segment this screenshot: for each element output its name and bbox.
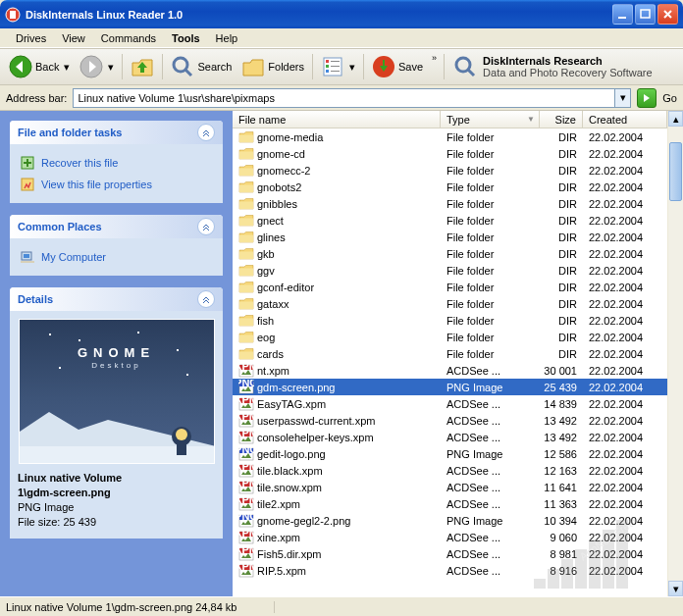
file-row[interactable]: gnobots2File folderDIR22.02.2004 (233, 179, 683, 195)
save-button[interactable]: Save (367, 52, 428, 81)
scroll-up[interactable]: ▴ (668, 111, 683, 127)
xpm-icon: XPM (238, 363, 254, 379)
places-header[interactable]: Common Places (10, 215, 223, 238)
svg-text:PNG: PNG (238, 446, 254, 455)
svg-rect-9 (326, 65, 329, 68)
file-row[interactable]: XPMtile.snow.xpmACDSee ...11 64122.02.20… (233, 479, 683, 495)
scroll-thumb[interactable] (669, 142, 682, 201)
col-size[interactable]: Size (540, 111, 583, 128)
scrollbar[interactable]: ▴ ▾ (667, 111, 683, 596)
file-created: 22.02.2004 (583, 215, 661, 227)
file-size: 30 001 (540, 365, 583, 377)
recover-file-link[interactable]: Recover this file (20, 152, 213, 174)
file-row[interactable]: eogFile folderDIR22.02.2004 (233, 329, 683, 345)
file-row[interactable]: XPMconsolehelper-keys.xpmACDSee ...13 49… (233, 429, 683, 445)
status-size: 24,84 kb (195, 601, 236, 613)
column-headers: File name Type▼ Size Created (233, 111, 683, 128)
file-row[interactable]: gnome-cdFile folderDIR22.02.2004 (233, 145, 683, 162)
file-row[interactable]: PNGgnome-gegl2-2.pngPNG Image10 39422.02… (233, 512, 683, 529)
file-name: EasyTAG.xpm (257, 398, 326, 410)
folder-icon (238, 346, 254, 362)
address-input[interactable]: Linux native Volume 1\usr\share\pixmaps … (73, 88, 631, 108)
menu-help[interactable]: Help (208, 30, 246, 46)
file-row[interactable]: glinesFile folderDIR22.02.2004 (233, 229, 683, 245)
back-button[interactable]: Back ▾ (4, 52, 75, 81)
file-row[interactable]: gconf-editorFile folderDIR22.02.2004 (233, 279, 683, 295)
close-button[interactable] (657, 4, 678, 25)
file-row[interactable]: gkbFile folderDIR22.02.2004 (233, 245, 683, 262)
forward-button[interactable]: ▾ (75, 52, 119, 81)
xpm-icon: XPM (238, 463, 254, 479)
file-name: tile.snow.xpm (257, 482, 322, 493)
file-size: DIR (540, 298, 583, 310)
file-row[interactable]: gnibblesFile folderDIR22.02.2004 (233, 195, 683, 212)
details-panel: Details GNOME Desktop (10, 287, 223, 539)
file-row[interactable]: XPMFish5.dir.xpmACDSee ...8 98122.02.200… (233, 545, 683, 562)
file-size: DIR (540, 198, 583, 210)
file-rows: AppNee Freeware Group gnome-mediaFile fo… (233, 128, 683, 596)
file-type: ACDSee ... (441, 498, 540, 510)
file-row[interactable]: cardsFile folderDIR22.02.2004 (233, 345, 683, 362)
scroll-down[interactable]: ▾ (668, 581, 683, 596)
folder-icon (238, 196, 254, 212)
file-type: PNG Image (441, 382, 540, 393)
main-area: File and folder tasks Recover this file … (0, 111, 683, 596)
menu-tools[interactable]: Tools (164, 30, 208, 46)
tasks-header[interactable]: File and folder tasks (10, 121, 223, 144)
col-name[interactable]: File name (233, 111, 441, 128)
svg-text:XPM: XPM (238, 480, 254, 488)
recover-label: Recover this file (41, 157, 118, 169)
file-row[interactable]: XPMtile2.xpmACDSee ...11 36322.02.2004 (233, 495, 683, 512)
folder-icon (238, 180, 254, 195)
file-row[interactable]: XPMuserpasswd-current.xpmACDSee ...13 49… (233, 412, 683, 429)
file-type: File folder (441, 198, 540, 210)
file-row[interactable]: XPMxine.xpmACDSee ...9 06022.02.2004 (233, 529, 683, 545)
maximize-button[interactable] (635, 4, 656, 25)
menu-drives[interactable]: Drives (8, 30, 54, 46)
file-created: 22.02.2004 (583, 465, 661, 477)
file-row[interactable]: ggvFile folderDIR22.02.2004 (233, 262, 683, 279)
file-row[interactable]: fishFile folderDIR22.02.2004 (233, 312, 683, 329)
svg-rect-23 (177, 443, 186, 455)
minimize-button[interactable] (612, 4, 633, 25)
save-label: Save (398, 61, 423, 73)
file-name: gkb (257, 248, 275, 260)
overflow-icon[interactable]: » (432, 49, 437, 63)
file-row[interactable]: XPMEasyTAG.xpmACDSee ...14 83922.02.2004 (233, 395, 683, 412)
file-row[interactable]: PNGgdm-screen.pngPNG Image25 43922.02.20… (233, 379, 683, 395)
promo-link[interactable]: DiskInternals Research Data and Photo Re… (447, 55, 652, 78)
folders-button[interactable]: Folders (236, 52, 309, 81)
address-dropdown[interactable]: ▾ (614, 89, 630, 107)
file-row[interactable]: PNGgedit-logo.pngPNG Image12 58622.02.20… (233, 445, 683, 462)
search-button[interactable]: Search (166, 52, 236, 81)
folder-icon (238, 213, 254, 229)
file-name: gnome-media (257, 131, 323, 143)
details-header[interactable]: Details (10, 287, 223, 311)
promo-subtitle: Data and Photo Recovery Software (483, 67, 652, 78)
file-size: DIR (540, 248, 583, 260)
file-name: Fish5.dir.xpm (257, 548, 321, 560)
go-button[interactable] (637, 88, 657, 108)
col-created[interactable]: Created (583, 111, 667, 128)
file-row[interactable]: gnomecc-2File folderDIR22.02.2004 (233, 162, 683, 179)
my-computer-link[interactable]: My Computer (20, 246, 213, 268)
file-row[interactable]: XPMnt.xpmACDSee ...30 00122.02.2004 (233, 362, 683, 379)
svg-text:XPM: XPM (238, 463, 254, 472)
col-type[interactable]: Type▼ (441, 111, 540, 128)
file-type: ACDSee ... (441, 365, 540, 377)
file-type: File folder (441, 215, 540, 227)
file-row[interactable]: gnome-mediaFile folderDIR22.02.2004 (233, 128, 683, 145)
views-button[interactable]: ▾ (316, 52, 360, 81)
menu-view[interactable]: View (54, 30, 93, 46)
file-row[interactable]: gnectFile folderDIR22.02.2004 (233, 212, 683, 229)
svg-text:XPM: XPM (238, 563, 254, 572)
up-button[interactable] (126, 52, 159, 81)
file-row[interactable]: XPMtile.black.xpmACDSee ...12 16322.02.2… (233, 462, 683, 479)
file-type: File folder (441, 148, 540, 160)
properties-link[interactable]: View this file properties (20, 174, 213, 195)
file-size: 11 363 (540, 498, 583, 510)
menu-commands[interactable]: Commands (93, 30, 164, 46)
file-created: 22.02.2004 (583, 348, 661, 360)
file-row[interactable]: gataxxFile folderDIR22.02.2004 (233, 295, 683, 312)
file-row[interactable]: XPMRIP.5.xpmACDSee ...8 91622.02.2004 (233, 562, 683, 579)
